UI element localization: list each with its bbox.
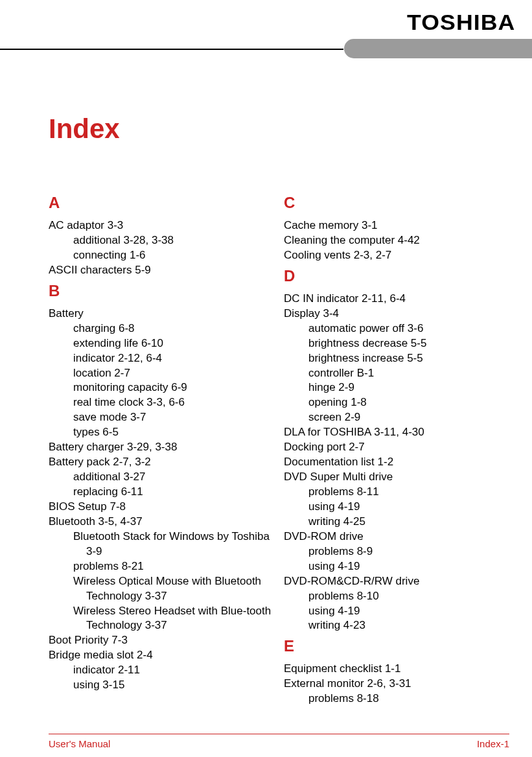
index-letter-heading: A: [49, 194, 274, 212]
index-entry: indicator 2-12, 6-4: [49, 351, 274, 366]
index-entry: Boot Priority 7-3: [49, 633, 274, 648]
index-entry: BIOS Setup 7-8: [49, 500, 274, 515]
index-entry: problems 8-21: [49, 559, 274, 574]
footer-left: User's Manual: [49, 738, 110, 749]
index-entry: Battery charger 3-29, 3-38: [49, 440, 274, 455]
index-entry: additional 3-27: [49, 470, 274, 485]
brand-logo: TOSHIBA: [407, 10, 515, 35]
index-entry: Battery: [49, 307, 274, 321]
index-entry: brightness decrease 5-5: [284, 336, 509, 351]
index-entry: using 4-19: [284, 604, 509, 619]
index-entry: DVD-ROM&CD-R/RW drive: [284, 574, 509, 589]
footer-right: Index-1: [477, 738, 509, 749]
footer: User's Manual Index-1: [49, 734, 509, 749]
index-entry: Docking port 2-7: [284, 440, 509, 455]
page-title: Index: [49, 113, 509, 145]
index-entry: Cache memory 3-1: [284, 218, 509, 233]
index-entry: Battery pack 2-7, 3-2: [49, 455, 274, 470]
index-entry: Cooling vents 2-3, 2-7: [284, 248, 509, 263]
index-entry: controller B-1: [284, 366, 509, 381]
right-column: CCache memory 3-1Cleaning the computer 4…: [284, 190, 509, 706]
index-entry: brightness increase 5-5: [284, 351, 509, 366]
index-entry: Wireless Stereo Headset with Blue-tooth …: [49, 604, 274, 634]
index-entry: extending life 6-10: [49, 336, 274, 351]
index-entry: additional 3-28, 3-38: [49, 233, 274, 248]
index-entry: Display 3-4: [284, 307, 509, 321]
index-entry: Bluetooth 3-5, 4-37: [49, 515, 274, 530]
index-entry: Cleaning the computer 4-42: [284, 233, 509, 248]
index-entry: Equipment checklist 1-1: [284, 662, 509, 677]
header-line: [0, 49, 343, 50]
content-area: Index AAC adaptor 3-3additional 3-28, 3-…: [49, 113, 509, 706]
index-entry: connecting 1-6: [49, 248, 274, 263]
index-entry: charging 6-8: [49, 321, 274, 336]
index-letter-heading: E: [284, 637, 509, 655]
index-entry: writing 4-23: [284, 618, 509, 633]
index-entry: External monitor 2-6, 3-31: [284, 677, 509, 692]
index-entry: types 6-5: [49, 425, 274, 440]
index-entry: problems 8-18: [284, 692, 509, 706]
left-column: AAC adaptor 3-3additional 3-28, 3-38conn…: [49, 190, 274, 706]
header-divider: [0, 39, 532, 58]
index-entry: screen 2-9: [284, 410, 509, 425]
index-entry: indicator 2-11: [49, 663, 274, 678]
index-entry: AC adaptor 3-3: [49, 218, 274, 233]
index-entry: real time clock 3-3, 6-6: [49, 395, 274, 410]
index-entry: monitoring capacity 6-9: [49, 380, 274, 395]
index-entry: problems 8-9: [284, 544, 509, 559]
header-pill: [344, 39, 532, 58]
index-entry: automatic power off 3-6: [284, 321, 509, 336]
index-entry: using 3-15: [49, 678, 274, 693]
index-entry: replacing 6-11: [49, 485, 274, 500]
index-entry: problems 8-10: [284, 589, 509, 604]
index-entry: Documentation list 1-2: [284, 455, 509, 470]
index-entry: DVD Super Multi drive: [284, 470, 509, 485]
index-entry: using 4-19: [284, 559, 509, 574]
index-entry: DLA for TOSHIBA 3-11, 4-30: [284, 425, 509, 440]
index-letter-heading: D: [284, 267, 509, 285]
index-entry: problems 8-11: [284, 485, 509, 500]
index-entry: location 2-7: [49, 366, 274, 381]
index-letter-heading: B: [49, 282, 274, 300]
index-entry: opening 1-8: [284, 395, 509, 410]
index-entry: Bridge media slot 2-4: [49, 648, 274, 663]
index-entry: Bluetooth Stack for Windows by Toshiba 3…: [49, 530, 274, 559]
index-entry: Wireless Optical Mouse with Bluetooth Te…: [49, 574, 274, 604]
index-entry: hinge 2-9: [284, 380, 509, 395]
index-entry: save mode 3-7: [49, 410, 274, 425]
index-entry: ASCII characters 5-9: [49, 263, 274, 278]
index-entry: writing 4-25: [284, 515, 509, 530]
index-entry: DC IN indicator 2-11, 6-4: [284, 292, 509, 307]
index-entry: DVD-ROM drive: [284, 530, 509, 544]
index-columns: AAC adaptor 3-3additional 3-28, 3-38conn…: [49, 190, 509, 706]
index-letter-heading: C: [284, 194, 509, 212]
index-entry: using 4-19: [284, 500, 509, 515]
